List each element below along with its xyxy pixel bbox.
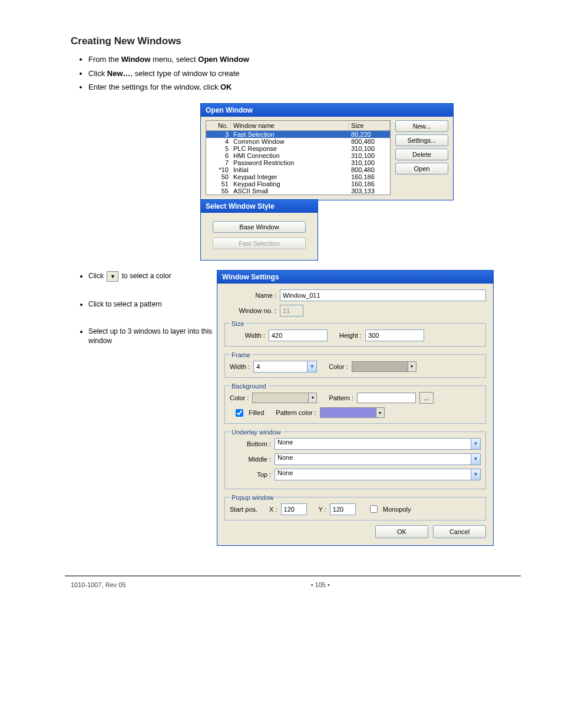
bg-color-label: Color :	[230, 394, 249, 401]
section-title: Creating New Windows	[71, 35, 515, 47]
bg-color-picker[interactable]: ▾	[252, 393, 317, 403]
monopoly-checkbox[interactable]	[370, 505, 378, 513]
list-item[interactable]: 51Keypad Floating160,186	[206, 180, 390, 187]
intro-bullet: From the Window menu, select Open Window	[88, 54, 515, 65]
chevron-down-icon: ▼	[471, 469, 480, 480]
top-select[interactable]: None ▼	[275, 469, 481, 480]
frame-color-label: Color :	[329, 363, 348, 370]
col-name: Window name	[231, 121, 349, 130]
background-group: Background Color : ▾ Pattern : ...	[224, 383, 486, 424]
delete-button[interactable]: Delete	[395, 149, 448, 160]
filled-label: Filled	[249, 409, 264, 416]
new-button[interactable]: New...	[395, 120, 448, 132]
underlay-group: Underlay window Bottom : None ▼ Middle :	[224, 429, 486, 489]
chevron-down-icon: ▾	[408, 362, 416, 371]
note-pattern: Click to select a pattern	[88, 299, 218, 309]
dropdown-icon: ▼	[107, 271, 118, 282]
list-item[interactable]: 5PLC Response310,100	[206, 145, 390, 152]
bottom-select[interactable]: None ▼	[275, 438, 481, 450]
list-item[interactable]: 3Fast Selection80,220	[206, 131, 390, 138]
chevron-down-icon: ▼	[471, 439, 480, 449]
filled-checkbox[interactable]	[236, 409, 243, 417]
pattern-label: Pattern :	[329, 394, 353, 401]
y-input[interactable]	[330, 503, 356, 515]
chevron-down-icon: ▼	[307, 361, 316, 372]
chevron-down-icon: ▾	[308, 393, 316, 403]
frame-group: Frame Width : 4 ▼ Color :	[224, 351, 486, 378]
intro-bullet-list: From the Window menu, select Open Window…	[88, 54, 515, 93]
frame-width-label: Width :	[230, 363, 250, 370]
width-label: Width :	[230, 332, 265, 339]
top-label: Top :	[230, 471, 271, 478]
list-item[interactable]: 4Common Window800,480	[206, 138, 390, 145]
window-no-input	[280, 305, 303, 317]
cancel-button[interactable]: Cancel	[433, 525, 486, 538]
intro-bullet: Click New…, select type of window to cre…	[88, 68, 515, 79]
window-list[interactable]: No. Window name Size 3Fast Selection80,2…	[206, 120, 391, 195]
footer-mid: • 105 •	[311, 581, 330, 588]
note-color: Click ▼ to select a color	[88, 271, 218, 282]
intro-bullet: Enter the settings for the window, click…	[88, 82, 515, 93]
window-settings-dialog: Window Settings Name : Window no. : Size	[217, 270, 494, 546]
name-input[interactable]	[280, 289, 486, 301]
settings-button[interactable]: Settings...	[395, 134, 448, 146]
frame-width-select[interactable]: 4 ▼	[253, 361, 317, 373]
chevron-down-icon: ▼	[471, 454, 480, 465]
footer-separator	[65, 575, 521, 577]
width-input[interactable]	[269, 330, 328, 341]
name-label: Name :	[224, 292, 276, 299]
fast-selection-button[interactable]: Fast Selection	[213, 238, 306, 249]
select-window-style-dialog: Select Window Style Base Window Fast Sel…	[200, 199, 318, 261]
bottom-label: Bottom :	[230, 440, 271, 447]
x-label: X :	[269, 506, 277, 513]
note-underlay: Select up to 3 windows to layer into thi…	[88, 327, 218, 345]
height-label: Height :	[339, 332, 362, 339]
list-item[interactable]: 50Keypad Integer160,186	[206, 173, 390, 180]
pattern-browse-button[interactable]: ...	[419, 392, 434, 404]
open-window-title: Open Window	[201, 104, 453, 117]
list-item[interactable]: *10Initial800,480	[206, 166, 390, 173]
middle-label: Middle :	[230, 456, 271, 463]
x-input[interactable]	[281, 503, 307, 515]
col-size: Size	[349, 121, 390, 130]
base-window-button[interactable]: Base Window	[213, 221, 306, 233]
list-item[interactable]: 7Password Restriction310,100	[206, 159, 390, 166]
y-label: Y :	[319, 506, 326, 513]
middle-select[interactable]: None ▼	[275, 453, 481, 465]
height-input[interactable]	[365, 330, 424, 341]
open-button[interactable]: Open	[395, 163, 448, 174]
footer-left: 1010-1007, Rev 05	[71, 581, 126, 588]
chevron-down-icon: ▾	[376, 408, 384, 417]
start-pos-label: Start pos.	[230, 506, 257, 513]
size-group: Size Width : Height :	[224, 320, 486, 347]
open-window-dialog: Open Window No. Window name Size 3Fast S…	[200, 103, 454, 200]
select-style-title: Select Window Style	[201, 200, 318, 213]
ok-button[interactable]: OK	[375, 525, 428, 538]
frame-color-picker[interactable]: ▾	[352, 361, 416, 372]
monopoly-label: Monopoly	[383, 506, 411, 513]
popup-group: Popup window Start pos. X : Y :	[224, 494, 486, 521]
pattern-color-picker[interactable]: ▾	[320, 407, 385, 418]
window-no-label: Window no. :	[224, 307, 276, 314]
list-item[interactable]: 6HMI Connection310,100	[206, 152, 390, 159]
pattern-display	[357, 393, 416, 403]
col-no: No.	[206, 121, 231, 130]
window-settings-title: Window Settings	[217, 271, 493, 284]
pattern-color-label: Pattern color :	[276, 409, 316, 416]
list-item[interactable]: 55ASCII Small303,133	[206, 187, 390, 195]
